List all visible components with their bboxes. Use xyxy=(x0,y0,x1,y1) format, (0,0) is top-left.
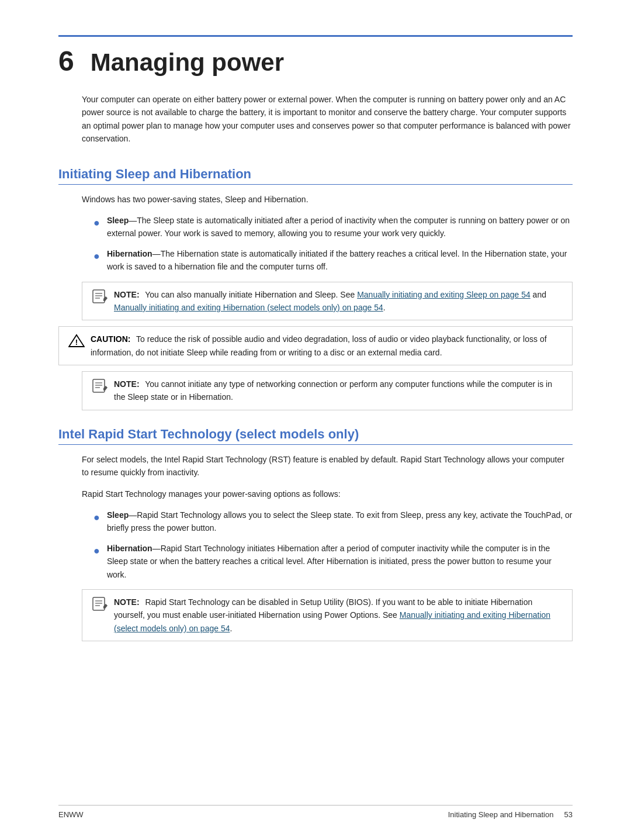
svg-rect-6 xyxy=(93,379,105,392)
caution-label: CAUTION: xyxy=(91,334,130,344)
note-1-label: NOTE: xyxy=(114,290,140,299)
note-1-text-mid: and xyxy=(531,290,546,299)
rst-note-label: NOTE: xyxy=(114,597,140,607)
intro-paragraph: Your computer can operate on either batt… xyxy=(82,93,573,146)
section-intro-rst-1: For select models, the Intel Rapid Start… xyxy=(82,453,573,479)
note-1-link-2[interactable]: Manually initiating and exiting Hibernat… xyxy=(114,303,383,312)
note-icon-1 xyxy=(92,289,108,303)
term-sleep: Sleep xyxy=(107,216,129,225)
section-initiating-sleep: Initiating Sleep and Hibernation Windows… xyxy=(58,167,573,410)
footer-spacer xyxy=(556,810,562,819)
bullet-sleep: ● Sleep—The Sleep state is automatically… xyxy=(93,214,573,240)
note-1-link-1[interactable]: Manually initiating and exiting Sleep on… xyxy=(357,290,531,299)
rst-bullet-hibernation-text: Hibernation—Rapid Start Technology initi… xyxy=(107,542,573,581)
svg-rect-10 xyxy=(93,597,105,610)
rst-note-icon xyxy=(92,597,108,611)
note-box-1: NOTE: You can also manually initiate Hib… xyxy=(82,282,573,321)
bullet-dot-1: ● xyxy=(93,215,100,231)
section-intel-rapid: Intel Rapid Start Technology (select mod… xyxy=(58,427,573,641)
page-footer: ENWW Initiating Sleep and Hibernation 53 xyxy=(58,805,573,819)
chapter-number: 6 xyxy=(58,47,74,75)
rst-bullet-hibernation: ● Hibernation—Rapid Start Technology ini… xyxy=(93,542,573,581)
footer-page-number: 53 xyxy=(564,810,573,819)
rst-bullet-dot-2: ● xyxy=(93,542,100,559)
bullet-sleep-text: Sleep—The Sleep state is automatically i… xyxy=(107,214,573,240)
bullet-hibernation: ● Hibernation—The Hibernation state is a… xyxy=(93,247,573,274)
chapter-title: Managing power xyxy=(91,50,284,75)
page: 6 Managing power Your computer can opera… xyxy=(0,0,631,840)
footer-section-name: Initiating Sleep and Hibernation xyxy=(448,810,554,819)
rst-dash-sleep: — xyxy=(129,510,137,520)
term-hibernation: Hibernation xyxy=(107,249,152,258)
chapter-header: 6 Managing power xyxy=(58,47,573,75)
rst-term-sleep: Sleep xyxy=(107,510,129,520)
rst-bullet-list: ● Sleep—Rapid Start Technology allows yo… xyxy=(93,509,573,581)
note-1-text-before: You can also manually initiate Hibernati… xyxy=(145,290,357,299)
caution-box: ! CAUTION: To reduce the risk of possibl… xyxy=(58,326,573,365)
footer-left: ENWW xyxy=(58,810,84,819)
note-1-text-after: . xyxy=(383,303,386,312)
rst-note-text-after: . xyxy=(230,624,232,633)
section-title-rst: Intel Rapid Start Technology (select mod… xyxy=(58,427,573,445)
rst-bullet-dot-1: ● xyxy=(93,509,100,526)
note-2-content: NOTE: You cannot initiate any type of ne… xyxy=(114,378,563,404)
dash-sleep: — xyxy=(129,216,137,225)
rst-note-content: NOTE: Rapid Start Technology can be disa… xyxy=(114,596,563,635)
rst-bullet-sleep: ● Sleep—Rapid Start Technology allows yo… xyxy=(93,509,573,535)
note-icon-2 xyxy=(92,379,108,393)
footer-right: Initiating Sleep and Hibernation 53 xyxy=(448,810,573,819)
rst-bullet-sleep-text: Sleep—Rapid Start Technology allows you … xyxy=(107,509,573,535)
sleep-bullet-list: ● Sleep—The Sleep state is automatically… xyxy=(93,214,573,274)
rst-term-hibernation: Hibernation xyxy=(107,544,152,553)
bullet-dot-2: ● xyxy=(93,248,100,265)
rst-note-box: NOTE: Rapid Start Technology can be disa… xyxy=(82,589,573,641)
bullet-hibernation-text: Hibernation—The Hibernation state is aut… xyxy=(107,247,573,274)
note-box-2: NOTE: You cannot initiate any type of ne… xyxy=(82,371,573,410)
section-title-sleep: Initiating Sleep and Hibernation xyxy=(58,167,573,185)
top-rule xyxy=(58,35,573,37)
svg-text:!: ! xyxy=(75,338,78,347)
note-1-content: NOTE: You can also manually initiate Hib… xyxy=(114,288,563,314)
section-intro-sleep: Windows has two power-saving states, Sle… xyxy=(82,193,573,206)
note-2-text: You cannot initiate any type of networki… xyxy=(114,379,552,402)
dash-hibernation: — xyxy=(152,249,161,258)
rst-dash-hibernation: — xyxy=(152,544,161,553)
caution-icon: ! xyxy=(68,334,85,351)
section-intro-rst-2: Rapid Start Technology manages your powe… xyxy=(82,488,573,500)
note-2-label: NOTE: xyxy=(114,379,140,389)
svg-rect-0 xyxy=(93,290,105,303)
caution-text: To reduce the risk of possible audio and… xyxy=(91,334,547,357)
caution-content: CAUTION: To reduce the risk of possible … xyxy=(91,333,563,359)
